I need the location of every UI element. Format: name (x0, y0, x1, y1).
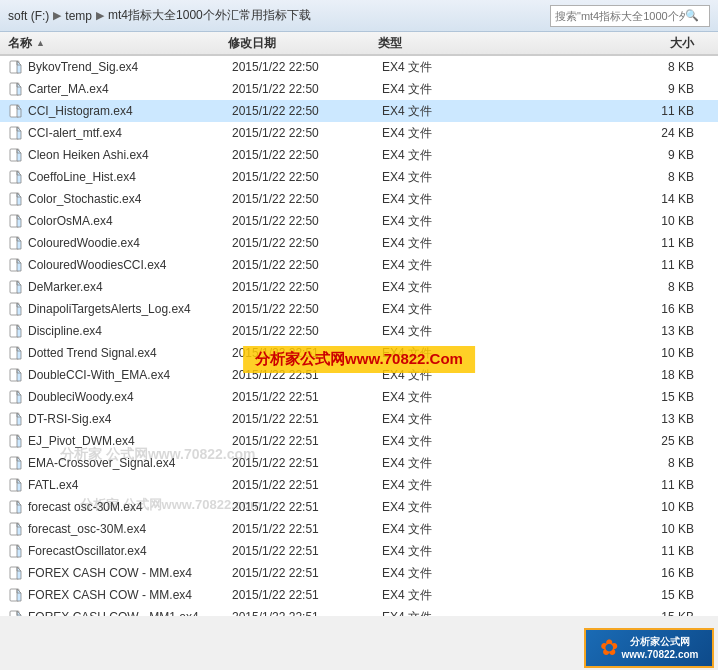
file-type: EX4 文件 (382, 213, 482, 230)
svg-marker-85 (17, 523, 21, 535)
table-row[interactable]: DeMarker.ex42015/1/22 22:50EX4 文件8 KB (0, 276, 718, 298)
table-row[interactable]: DoubleciWoody.ex42015/1/22 22:51EX4 文件15… (0, 386, 718, 408)
table-row[interactable]: BykovTrend_Sig.ex42015/1/22 22:50EX4 文件8… (0, 56, 718, 78)
file-icon (8, 543, 24, 559)
file-list: 分析家公式网www.70822.Com 分析家 公式网www.70822.com… (0, 56, 718, 616)
file-icon (8, 367, 24, 383)
table-row[interactable]: DoubleCCI-With_EMA.ex42015/1/22 22:51EX4… (0, 364, 718, 386)
file-name: CCI_Histogram.ex4 (28, 104, 232, 118)
table-row[interactable]: forecast_osc-30M.ex42015/1/22 22:51EX4 文… (0, 518, 718, 540)
table-row[interactable]: EMA-Crossover_Signal.ex42015/1/22 22:51E… (0, 452, 718, 474)
table-row[interactable]: CCI_Histogram.ex42015/1/22 22:50EX4 文件11… (0, 100, 718, 122)
table-row[interactable]: FOREX CASH COW - MM.ex42015/1/22 22:51EX… (0, 562, 718, 584)
file-size: 18 KB (482, 368, 710, 382)
table-row[interactable]: FOREX CASH COW - MM1.ex42015/1/22 22:51E… (0, 606, 718, 616)
table-row[interactable]: Discipline.ex42015/1/22 22:50EX4 文件13 KB (0, 320, 718, 342)
file-size: 16 KB (482, 302, 710, 316)
table-row[interactable]: FOREX CASH COW - MM.ex42015/1/22 22:51EX… (0, 584, 718, 606)
file-name: Cleon Heiken Ashi.ex4 (28, 148, 232, 162)
file-name: DinapoliTargetsAlerts_Log.ex4 (28, 302, 232, 316)
file-size: 10 KB (482, 214, 710, 228)
file-type: EX4 文件 (382, 103, 482, 120)
file-icon (8, 521, 24, 537)
file-name: DT-RSI-Sig.ex4 (28, 412, 232, 426)
file-type: EX4 文件 (382, 521, 482, 538)
arrow1: ▶ (53, 9, 61, 22)
file-name: ColorOsMA.ex4 (28, 214, 232, 228)
table-row[interactable]: FATL.ex42015/1/22 22:51EX4 文件11 KB (0, 474, 718, 496)
file-size: 14 KB (482, 192, 710, 206)
table-row[interactable]: forecast osc-30M.ex42015/1/22 22:51EX4 文… (0, 496, 718, 518)
file-icon (8, 301, 24, 317)
file-type: EX4 文件 (382, 367, 482, 384)
file-date: 2015/1/22 22:50 (232, 236, 382, 250)
file-date: 2015/1/22 22:51 (232, 544, 382, 558)
file-name: BykovTrend_Sig.ex4 (28, 60, 232, 74)
svg-marker-65 (17, 413, 21, 425)
table-row[interactable]: ForecastOscillator.ex42015/1/22 22:51EX4… (0, 540, 718, 562)
svg-marker-21 (17, 171, 21, 183)
file-name: Discipline.ex4 (28, 324, 232, 338)
file-type: EX4 文件 (382, 279, 482, 296)
search-icon[interactable]: 🔍 (685, 9, 699, 22)
file-size: 8 KB (482, 456, 710, 470)
sort-arrow: ▲ (36, 38, 45, 48)
file-type: EX4 文件 (382, 455, 482, 472)
file-size: 9 KB (482, 148, 710, 162)
col-header-name[interactable]: 名称 ▲ (8, 35, 228, 52)
file-type: EX4 文件 (382, 257, 482, 274)
file-name: CoeffoLine_Hist.ex4 (28, 170, 232, 184)
file-icon (8, 81, 24, 97)
search-input[interactable] (555, 10, 685, 22)
table-row[interactable]: Color_Stochastic.ex42015/1/22 22:50EX4 文… (0, 188, 718, 210)
file-icon (8, 59, 24, 75)
file-date: 2015/1/22 22:50 (232, 104, 382, 118)
file-icon (8, 235, 24, 251)
table-row[interactable]: Cleon Heiken Ashi.ex42015/1/22 22:50EX4 … (0, 144, 718, 166)
file-name: EMA-Crossover_Signal.ex4 (28, 456, 232, 470)
table-row[interactable]: Carter_MA.ex42015/1/22 22:50EX4 文件9 KB (0, 78, 718, 100)
logo-text: 分析家公式网 www.70822.com (622, 635, 699, 661)
file-date: 2015/1/22 22:51 (232, 456, 382, 470)
svg-marker-81 (17, 501, 21, 513)
svg-marker-93 (17, 567, 21, 579)
table-row[interactable]: EJ_Pivot_DWM.ex42015/1/22 22:51EX4 文件25 … (0, 430, 718, 452)
path-soft[interactable]: soft (F:) (8, 9, 49, 23)
file-name: Carter_MA.ex4 (28, 82, 232, 96)
file-icon (8, 565, 24, 581)
table-row[interactable]: CoeffoLine_Hist.ex42015/1/22 22:50EX4 文件… (0, 166, 718, 188)
file-date: 2015/1/22 22:50 (232, 280, 382, 294)
table-row[interactable]: ColorOsMA.ex42015/1/22 22:50EX4 文件10 KB (0, 210, 718, 232)
file-type: EX4 文件 (382, 389, 482, 406)
table-row[interactable]: ColouredWoodiesCCI.ex42015/1/22 22:50EX4… (0, 254, 718, 276)
svg-marker-49 (17, 325, 21, 337)
file-size: 9 KB (482, 82, 710, 96)
file-type: EX4 文件 (382, 125, 482, 142)
file-icon (8, 587, 24, 603)
col-header-type[interactable]: 类型 (378, 35, 478, 52)
file-size: 11 KB (482, 478, 710, 492)
file-type: EX4 文件 (382, 609, 482, 617)
table-row[interactable]: DinapoliTargetsAlerts_Log.ex42015/1/22 2… (0, 298, 718, 320)
file-date: 2015/1/22 22:50 (232, 258, 382, 272)
file-size: 15 KB (482, 390, 710, 404)
logo-flower-icon: ✿ (600, 635, 618, 661)
search-box[interactable]: 🔍 (550, 5, 710, 27)
svg-marker-29 (17, 215, 21, 227)
col-header-size[interactable]: 大小 (478, 35, 710, 52)
svg-marker-17 (17, 149, 21, 161)
file-name: FOREX CASH COW - MM1.ex4 (28, 610, 232, 616)
col-header-date[interactable]: 修改日期 (228, 35, 378, 52)
table-row[interactable]: CCI-alert_mtf.ex42015/1/22 22:50EX4 文件24… (0, 122, 718, 144)
path-current[interactable]: mt4指标大全1000个外汇常用指标下载 (108, 7, 311, 24)
file-icon (8, 477, 24, 493)
table-row[interactable]: ColouredWoodie.ex42015/1/22 22:50EX4 文件1… (0, 232, 718, 254)
path-temp[interactable]: temp (65, 9, 92, 23)
table-row[interactable]: DT-RSI-Sig.ex42015/1/22 22:51EX4 文件13 KB (0, 408, 718, 430)
file-icon (8, 345, 24, 361)
table-row[interactable]: Dotted Trend Signal.ex42015/1/22 22:51EX… (0, 342, 718, 364)
file-date: 2015/1/22 22:50 (232, 192, 382, 206)
file-date: 2015/1/22 22:51 (232, 588, 382, 602)
title-bar: soft (F:) ▶ temp ▶ mt4指标大全1000个外汇常用指标下载 … (0, 0, 718, 32)
file-icon (8, 609, 24, 616)
